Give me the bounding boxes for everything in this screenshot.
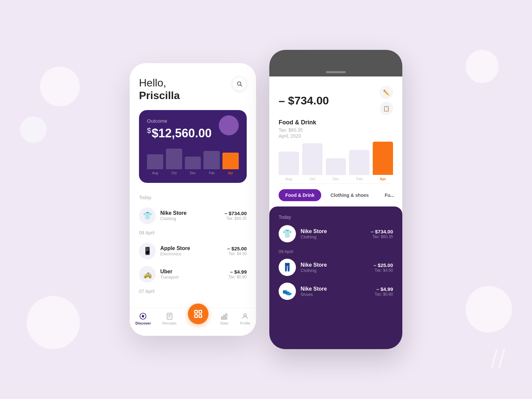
greeting: Hello, Priscilla: [139, 76, 180, 102]
nav-receipts-label: Receipts: [162, 321, 177, 325]
dark-transaction-nike-pants[interactable]: 👖 Nike Store Clothing – $25.00 Tax: $4.5…: [279, 259, 393, 276]
detail-amount: – $734.00: [279, 94, 329, 107]
deco-circle-4: [466, 50, 499, 83]
nav-profile[interactable]: Profile: [240, 313, 250, 325]
dark-nike-category: Clothing: [301, 234, 366, 239]
uber-amount: – $4.99 Tax: $0.80: [228, 269, 247, 279]
transaction-apple[interactable]: 📱 Apple Store Electronics – $25.00 Tax: …: [139, 239, 247, 263]
uber-info: Uber Transport: [160, 269, 224, 280]
list-button[interactable]: 📋: [380, 102, 393, 115]
phone-right-top: [269, 50, 402, 76]
greeting-name: Priscilla: [139, 89, 180, 102]
uber-icon: 🚕: [139, 266, 156, 283]
nav-scan-button[interactable]: [188, 304, 208, 324]
dark-pants-icon: 👖: [279, 259, 296, 276]
section-today-label: Today: [139, 195, 247, 200]
nike-amount-value: – $734.00: [224, 210, 247, 216]
section-april08-label: 08 April: [139, 230, 247, 235]
dark-shoes-tax: Tax: $0.80: [375, 292, 393, 297]
right-content: – $734.00 ✏️ 📋 Food & Drink Tax: $60.35 …: [269, 76, 402, 349]
svg-rect-14: [225, 314, 227, 320]
dark-shoes-amount-val: – $4.99: [375, 286, 393, 292]
bar-label-dec: Dec: [190, 171, 196, 175]
phones-wrapper: Hello, Priscilla Outcome $$: [130, 50, 402, 349]
right-detail: – $734.00 ✏️ 📋 Food & Drink Tax: $60.35 …: [269, 76, 402, 144]
tab-food-drink[interactable]: Food & Drink: [279, 189, 321, 201]
right-bar-label-apr: Apr: [380, 177, 386, 181]
left-header: Hello, Priscilla: [139, 76, 247, 102]
dark-pants-name: Nike Store: [301, 262, 369, 268]
bar-label-feb: Feb: [209, 171, 214, 175]
apple-amount: – $25.00 Tax: $4.50: [227, 246, 247, 256]
detail-category: Food & Drink: [279, 119, 393, 126]
right-bar-apr: Apr: [373, 142, 393, 181]
detail-actions: ✏️ 📋: [380, 86, 393, 115]
greeting-hello: Hello,: [139, 77, 166, 89]
right-bar-label-oct: Oct: [310, 177, 315, 181]
edit-button[interactable]: ✏️: [380, 86, 393, 99]
svg-rect-12: [221, 317, 222, 319]
section-april07-label: 07 April: [139, 289, 247, 294]
svg-point-15: [244, 314, 246, 316]
nav-receipts[interactable]: Receipts: [162, 313, 177, 325]
transaction-nike-today[interactable]: 👕 Nike Store Clothing – $734.00 Tax: $60…: [139, 204, 247, 227]
dark-nike-amount-val: – $734.00: [371, 229, 393, 234]
uber-amount-value: – $4.99: [228, 269, 247, 275]
svg-line-1: [240, 85, 242, 86]
category-tabs: Food & Drink Clothing & shoes Fu...: [269, 189, 402, 201]
tab-more[interactable]: Fu...: [378, 189, 401, 201]
transaction-uber[interactable]: 🚕 Uber Transport – $4.99 Tax: $0.80: [139, 263, 247, 286]
right-chart: Aug Oct Dec Feb: [269, 144, 402, 184]
svg-point-3: [142, 315, 144, 317]
dark-pants-tax: Tax: $4.50: [374, 268, 393, 273]
apple-amount-value: – $25.00: [227, 246, 247, 251]
bar-label-oct: Oct: [171, 171, 177, 175]
nav-stats[interactable]: Stats: [220, 313, 228, 325]
bottom-nav: Discover Receipts Stats: [130, 308, 256, 336]
deco-circle-2: [20, 116, 47, 143]
dark-pants-amount-val: – $25.00: [374, 262, 393, 268]
tab-clothing-shoes[interactable]: Clothing & shoes: [324, 189, 375, 201]
right-bar-feb: Feb: [349, 150, 369, 181]
deco-circle-3: [27, 296, 80, 349]
detail-date: April, 2020: [279, 133, 393, 139]
right-chart-bars: Aug Oct Dec Feb: [279, 144, 393, 184]
nav-discover[interactable]: Discover: [135, 313, 151, 325]
svg-rect-8: [195, 311, 198, 313]
dark-pants-info: Nike Store Clothing: [301, 262, 369, 273]
dark-transaction-nike-today[interactable]: 👕 Nike Store Clothing – $734.00 Tax: $60…: [279, 225, 393, 242]
svg-rect-9: [199, 311, 202, 313]
bar-dec: Dec: [185, 157, 201, 175]
right-bar-label-aug: Aug: [286, 177, 292, 181]
dark-shoes-amount: – $4.99 Tax: $0.80: [375, 286, 393, 297]
dark-nike-tax: Tax: $60.35: [371, 234, 393, 239]
dark-nike-info: Nike Store Clothing: [301, 228, 366, 239]
apple-info: Apple Store Electronics: [160, 245, 223, 256]
nike-icon: 👕: [139, 207, 156, 224]
search-button[interactable]: [232, 76, 247, 91]
apple-category: Electronics: [160, 251, 223, 256]
bar-label-apr: Apr: [228, 171, 233, 175]
apple-name: Apple Store: [160, 245, 223, 251]
bar-label-aug: Aug: [152, 171, 158, 175]
detail-amount-row: – $734.00 ✏️ 📋: [279, 86, 393, 115]
notch: [326, 71, 346, 73]
dark-transaction-nike-shoes[interactable]: 👟 Nike Store Shoes – $4.99 Tax: $0.80: [279, 283, 393, 300]
nav-discover-label: Discover: [135, 321, 151, 325]
dark-shoes-category: Shoes: [301, 292, 370, 297]
apple-tax: Tax: $4.50: [227, 251, 247, 256]
deco-circle-1: [40, 66, 80, 106]
dark-today-label: Today: [279, 214, 393, 220]
right-bar-label-dec: Dec: [332, 177, 339, 181]
bar-apr: Apr: [222, 153, 239, 175]
dark-nike-amount: – $734.00 Tax: $60.35: [371, 229, 393, 239]
nav-profile-label: Profile: [240, 321, 250, 325]
nike-info: Nike Store Clothing: [160, 210, 220, 221]
nav-stats-label: Stats: [220, 321, 228, 325]
bar-oct: Oct: [166, 149, 182, 175]
uber-name: Uber: [160, 269, 224, 275]
deco-slash: //: [491, 346, 505, 372]
right-bar-label-feb: Feb: [356, 177, 362, 181]
scene: // Hello, Priscilla: [0, 0, 532, 399]
dark-nike-name: Nike Store: [301, 228, 366, 234]
